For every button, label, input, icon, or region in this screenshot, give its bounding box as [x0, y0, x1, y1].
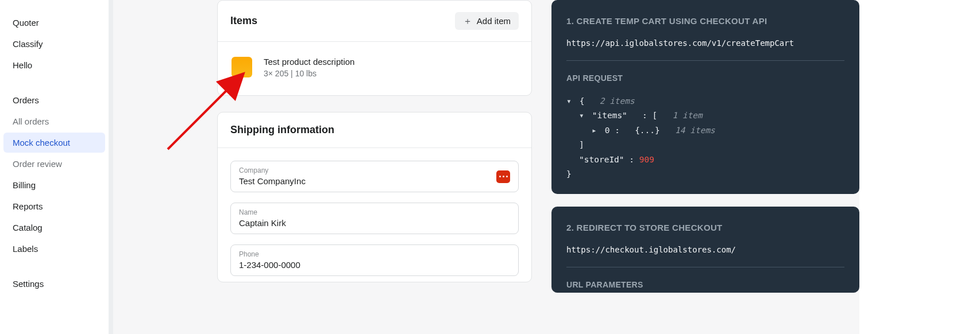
company-field[interactable]: Company Test CompanyInc [230, 161, 519, 192]
sidebar: Quoter Classify Hello Orders All orders … [0, 0, 109, 334]
tree-root-close: } [566, 169, 572, 178]
item-row[interactable]: Test product description 3× 205 | 10 lbs [218, 42, 531, 95]
phone-field[interactable]: Phone 1-234-000-0000 [230, 244, 519, 276]
items-title: Items [230, 15, 257, 27]
tree-items-key: "items" [592, 111, 627, 120]
tree-items-count: 1 item [672, 111, 702, 120]
caret-down-icon[interactable]: ▾ [579, 108, 587, 123]
tree-items-open: : [ [642, 111, 657, 120]
tree-root-count: 2 items [600, 96, 635, 106]
product-meta: 3× 205 | 10 lbs [264, 69, 354, 78]
shipping-card: Shipping information Company Test Compan… [217, 112, 532, 282]
tree-idx0-key: 0 : [605, 126, 620, 135]
panel2-title: 2. REDIRECT TO STORE CHECKOUT [566, 223, 844, 232]
plus-icon: ＋ [463, 17, 472, 26]
product-title: Test product description [264, 57, 354, 67]
panel1-url: https://api.iglobalstores.com/v1/createT… [566, 38, 844, 48]
api-panels: 1. CREATE TEMP CART USING CHECKOUT API h… [551, 0, 859, 293]
sidebar-item-order-review[interactable]: Order review [3, 154, 105, 174]
name-label: Name [239, 208, 510, 216]
sidebar-item-labels[interactable]: Labels [3, 239, 105, 259]
panel2-url: https://checkout.iglobalstores.com/ [566, 245, 844, 254]
sidebar-item-settings[interactable]: Settings [3, 274, 105, 294]
tree-store-val: 909 [639, 155, 654, 164]
sidebar-heading-orders[interactable]: Orders [3, 90, 105, 110]
product-thumbnail [232, 57, 252, 77]
tree-idx0-count: 14 items [675, 126, 715, 135]
sidebar-item-billing[interactable]: Billing [3, 175, 105, 195]
tree-idx0-body: {...} [635, 126, 660, 135]
add-item-label: Add item [477, 16, 511, 26]
tree-items-close: ] [579, 140, 584, 149]
items-card: Items ＋ Add item Test product descriptio… [217, 0, 532, 96]
tree-root-open: { [580, 96, 585, 106]
add-item-button[interactable]: ＋ Add item [455, 12, 519, 30]
company-label: Company [239, 166, 510, 174]
sidebar-item-quoter[interactable]: Quoter [3, 13, 105, 33]
panel2-subhead: URL PARAMETERS [566, 280, 844, 289]
phone-label: Phone [239, 250, 510, 258]
api-request-tree[interactable]: ▾ { 2 items ▾ "items" : [ 1 item ▸ 0 : {… [566, 94, 844, 181]
blank-right [859, 0, 980, 334]
sidebar-item-mock-checkout[interactable]: Mock checkout [3, 133, 105, 153]
main-column: Items ＋ Add item Test product descriptio… [217, 0, 532, 298]
sidebar-item-all-orders[interactable]: All orders [3, 111, 105, 131]
panel1-subhead: API REQUEST [566, 73, 844, 83]
sidebar-item-catalog[interactable]: Catalog [3, 218, 105, 238]
name-value[interactable]: Captain Kirk [239, 218, 510, 228]
sidebar-item-classify[interactable]: Classify [3, 34, 105, 54]
panel1-title: 1. CREATE TEMP CART USING CHECKOUT API [566, 16, 844, 26]
caret-down-icon[interactable]: ▾ [566, 94, 574, 108]
phone-value[interactable]: 1-234-000-0000 [239, 260, 510, 270]
sidebar-item-reports[interactable]: Reports [3, 196, 105, 216]
name-field[interactable]: Name Captain Kirk [230, 203, 519, 234]
sidebar-item-hello[interactable]: Hello [3, 55, 105, 75]
caret-right-icon[interactable]: ▸ [592, 123, 600, 138]
company-value[interactable]: Test CompanyInc [239, 176, 510, 186]
shipping-title: Shipping information [230, 124, 334, 136]
api-panel-2: 2. REDIRECT TO STORE CHECKOUT https://ch… [551, 207, 859, 293]
tree-store-colon: : [624, 155, 639, 164]
password-manager-icon[interactable] [496, 170, 510, 183]
tree-store-key: "storeId" [579, 155, 624, 164]
api-panel-1: 1. CREATE TEMP CART USING CHECKOUT API h… [551, 0, 859, 194]
